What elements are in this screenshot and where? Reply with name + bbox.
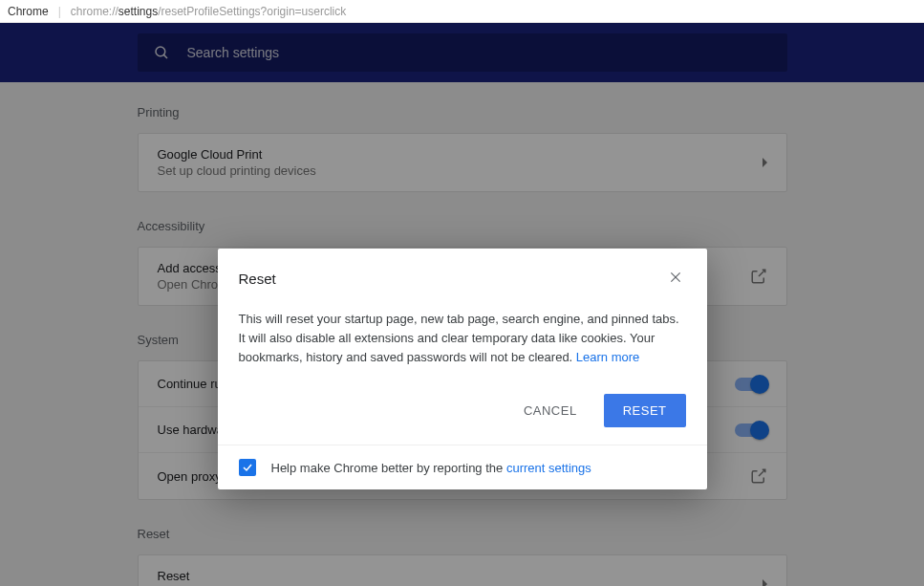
url-path: /resetProfileSettings?origin=userclick bbox=[158, 5, 346, 18]
address-bar: Chrome | chrome://settings/resetProfileS… bbox=[0, 0, 924, 23]
current-settings-link[interactable]: current settings bbox=[506, 461, 591, 475]
content-area: Printing Google Cloud Print Set up cloud… bbox=[0, 23, 924, 586]
learn-more-link[interactable]: Learn more bbox=[576, 350, 639, 364]
close-button[interactable] bbox=[665, 266, 686, 291]
reset-button[interactable]: RESET bbox=[604, 394, 686, 427]
report-checkbox[interactable] bbox=[239, 459, 256, 476]
url-scheme: chrome:// bbox=[71, 5, 118, 18]
app-name: Chrome bbox=[8, 5, 49, 18]
dialog-title: Reset bbox=[239, 271, 276, 287]
close-icon bbox=[669, 271, 682, 284]
url-host: settings bbox=[118, 5, 158, 18]
url[interactable]: chrome://settings/resetProfileSettings?o… bbox=[71, 5, 346, 18]
check-icon bbox=[242, 462, 253, 473]
dialog-body: This will reset your startup page, new t… bbox=[218, 296, 707, 384]
footer-text: Help make Chrome better by reporting the… bbox=[271, 461, 591, 475]
footer-text-pre: Help make Chrome better by reporting the bbox=[271, 461, 506, 475]
reset-dialog: Reset This will reset your startup page,… bbox=[218, 249, 707, 489]
cancel-button[interactable]: CANCEL bbox=[514, 396, 587, 425]
divider: | bbox=[58, 5, 61, 18]
